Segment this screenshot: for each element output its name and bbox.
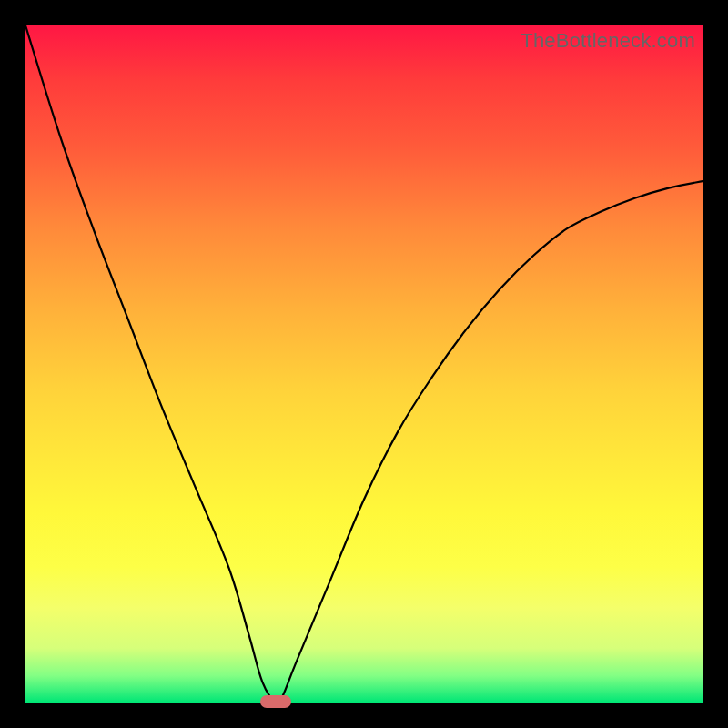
plot-area: TheBottleneck.com: [25, 25, 703, 703]
bottleneck-curve: [25, 25, 703, 703]
chart-frame: TheBottleneck.com: [0, 0, 728, 728]
optimal-marker: [260, 695, 291, 708]
